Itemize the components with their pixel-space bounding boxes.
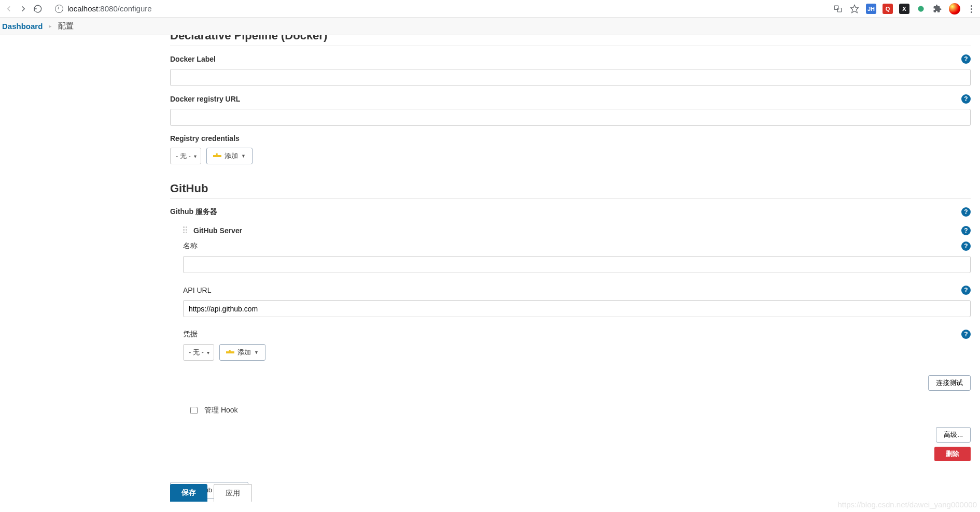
help-icon[interactable]: ? xyxy=(961,330,971,339)
forward-icon[interactable] xyxy=(19,4,28,13)
extension-icon-2[interactable]: Q xyxy=(883,4,893,14)
advanced-button[interactable]: 高级... xyxy=(936,427,971,443)
label-docker-registry-url: Docker registry URL xyxy=(170,95,240,103)
breadcrumb-separator-icon: ▸ xyxy=(49,23,52,30)
drag-handle-icon[interactable] xyxy=(183,226,188,235)
bookmark-star-icon[interactable] xyxy=(849,4,860,14)
chevron-down-icon: ▾ xyxy=(194,153,197,159)
back-icon[interactable] xyxy=(4,4,13,13)
help-icon[interactable]: ? xyxy=(961,286,971,295)
url-text: localhost:8080/configure xyxy=(67,4,152,13)
browser-toolbar: localhost:8080/configure JH Q X xyxy=(0,0,980,18)
help-icon[interactable]: ? xyxy=(961,241,971,251)
page-body: Declarative Pipeline (Docker) Docker Lab… xyxy=(0,35,980,512)
test-connection-button[interactable]: 连接测试 xyxy=(928,375,971,391)
label-github-servers: Github 服务器 xyxy=(170,207,217,217)
label-manage-hook: 管理 Hook xyxy=(204,406,238,415)
site-info-icon[interactable] xyxy=(55,5,63,13)
key-icon xyxy=(213,153,221,159)
save-button[interactable]: 保存 xyxy=(170,484,207,502)
browser-right-icons: JH Q X xyxy=(833,0,976,18)
chevron-down-icon: ▼ xyxy=(254,350,259,355)
label-name: 名称 xyxy=(183,241,198,251)
address-bar[interactable]: localhost:8080/configure xyxy=(51,2,156,16)
watermark-text: https://blog.csdn.net/dawei_yang000000 xyxy=(837,500,977,509)
translate-icon[interactable] xyxy=(833,4,843,14)
help-icon[interactable]: ? xyxy=(961,54,971,64)
docker-label-input[interactable] xyxy=(170,69,971,86)
breadcrumb-dashboard[interactable]: Dashboard xyxy=(2,22,43,31)
extension-icon-1[interactable]: JH xyxy=(866,4,876,14)
docker-registry-url-input[interactable] xyxy=(170,109,971,126)
section-title-docker: Declarative Pipeline (Docker) xyxy=(170,35,971,46)
label-credentials: 凭据 xyxy=(183,330,198,339)
browser-menu-icon[interactable] xyxy=(967,4,976,13)
svg-marker-2 xyxy=(851,5,859,13)
help-icon[interactable]: ? xyxy=(961,207,971,217)
help-icon[interactable]: ? xyxy=(961,226,971,235)
label-docker-label: Docker Label xyxy=(170,55,216,63)
extension-icon-4[interactable] xyxy=(916,4,926,14)
github-apiurl-input[interactable] xyxy=(183,300,971,317)
breadcrumb: Dashboard ▸ 配置 xyxy=(0,18,980,35)
add-credentials-button[interactable]: 添加 ▼ xyxy=(206,148,253,164)
section-title-github: GitHub xyxy=(170,182,971,199)
reload-icon[interactable] xyxy=(33,4,43,13)
github-name-input[interactable] xyxy=(183,256,971,273)
svg-point-3 xyxy=(918,6,924,12)
github-add-credentials-button[interactable]: 添加 ▼ xyxy=(219,344,265,361)
github-credentials-select[interactable]: - 无 -▾ xyxy=(183,344,214,361)
breadcrumb-current: 配置 xyxy=(58,21,74,31)
chevron-down-icon: ▼ xyxy=(241,153,246,159)
profile-avatar[interactable] xyxy=(949,3,960,15)
label-registry-credentials: Registry credentials xyxy=(170,134,240,143)
extension-icon-3[interactable]: X xyxy=(899,4,909,14)
extensions-puzzle-icon[interactable] xyxy=(932,4,943,14)
registry-credentials-select[interactable]: - 无 -▾ xyxy=(170,148,201,164)
manage-hook-checkbox[interactable] xyxy=(190,407,198,414)
chevron-down-icon: ▾ xyxy=(207,350,209,355)
help-icon[interactable]: ? xyxy=(961,94,971,104)
delete-button[interactable]: 删除 xyxy=(934,447,971,461)
github-server-title: GitHub Server xyxy=(193,226,242,235)
apply-button[interactable]: 应用 xyxy=(214,484,252,502)
key-icon xyxy=(226,350,234,355)
label-api-url: API URL xyxy=(183,286,211,294)
